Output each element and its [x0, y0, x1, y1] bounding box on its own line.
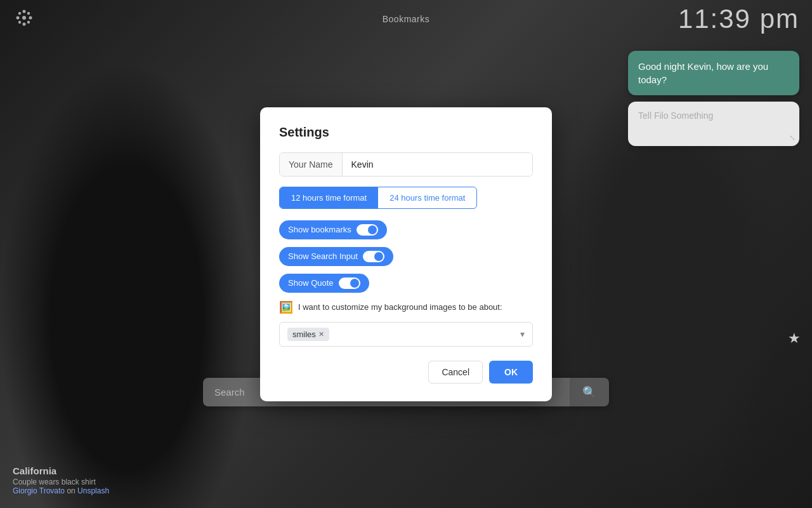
name-label: Your Name [280, 153, 343, 176]
search-toggle-row: Show Search Input [279, 247, 533, 266]
bg-icon: 🖼️ [279, 300, 293, 314]
ok-button[interactable]: OK [489, 361, 533, 384]
show-bookmarks-label: Show bookmarks [288, 225, 351, 234]
modal-footer: Cancel OK [279, 361, 533, 384]
time-format-toggle: 12 hours time format 24 hours time forma… [279, 187, 477, 209]
settings-modal: Settings Your Name 12 hours time format … [260, 107, 552, 401]
tags-input[interactable]: smiles ✕ ▾ [279, 322, 533, 347]
show-quote-button[interactable]: Show Quote [279, 274, 369, 293]
show-search-label: Show Search Input [288, 251, 358, 261]
quote-toggle-switch[interactable] [339, 277, 360, 289]
name-input[interactable] [343, 153, 532, 176]
12hr-button[interactable]: 12 hours time format [280, 187, 378, 208]
show-search-button[interactable]: Show Search Input [279, 247, 393, 266]
cancel-button[interactable]: Cancel [428, 361, 483, 384]
show-bookmarks-button[interactable]: Show bookmarks [279, 220, 387, 239]
24hr-button[interactable]: 24 hours time format [378, 187, 476, 208]
quote-toggle-row: Show Quote [279, 274, 533, 293]
tag-close-icon[interactable]: ✕ [318, 330, 324, 338]
bookmarks-toggle-switch[interactable] [357, 224, 378, 236]
tag-item[interactable]: smiles ✕ [287, 328, 329, 341]
bg-customize-row: 🖼️ I want to customize my background ima… [279, 300, 533, 314]
name-row: Your Name [279, 152, 533, 177]
modal-title: Settings [279, 125, 533, 140]
chevron-down-icon: ▾ [520, 329, 525, 339]
show-quote-label: Show Quote [288, 278, 334, 288]
tags-content: smiles ✕ [287, 328, 329, 341]
modal-backdrop: Settings Your Name 12 hours time format … [0, 0, 812, 508]
bg-text: I want to customize my background images… [298, 302, 502, 312]
bookmarks-toggle-row: Show bookmarks [279, 220, 533, 239]
search-toggle-switch[interactable] [363, 251, 384, 262]
tag-label: smiles [292, 330, 316, 339]
